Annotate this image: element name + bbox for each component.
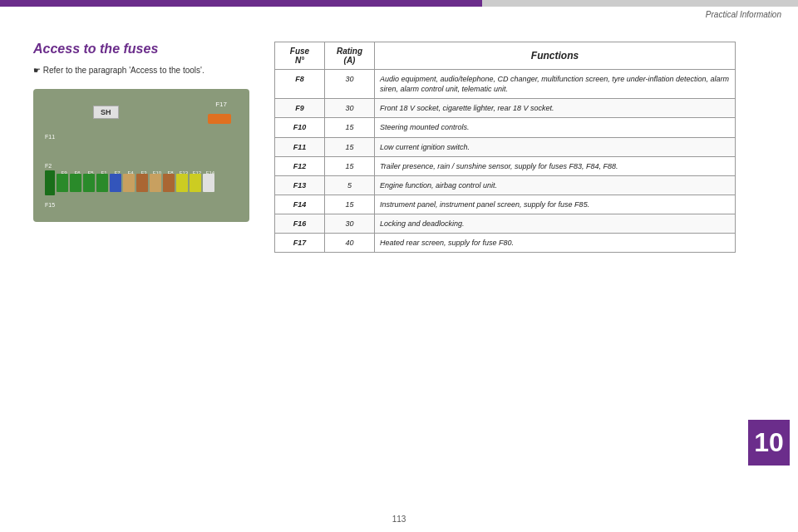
- fuse-f11-block: [45, 170, 55, 195]
- col-fuse-header: FuseN°: [275, 42, 325, 70]
- fuse-f7-block: [110, 174, 121, 192]
- col-functions-header: Functions: [375, 42, 736, 70]
- fuse-f9-block: [57, 174, 68, 192]
- table-row: F1630Locking and deadlocking.: [275, 214, 736, 234]
- fuse-f17-block: [208, 114, 231, 124]
- fuse-cell: F13: [275, 175, 325, 195]
- fuse-f6-block: [70, 174, 81, 192]
- page-title: Practical Information: [706, 10, 781, 19]
- function-cell: Front 18 V socket, cigarette lighter, re…: [375, 99, 736, 118]
- f17-label: F17: [215, 101, 227, 108]
- fuse-f8-block: [163, 174, 175, 192]
- fuse-f13-block: [176, 174, 188, 192]
- fuse-f12-block: [190, 174, 201, 192]
- table-row: F1215Trailer presence, rain / sunshine s…: [275, 156, 736, 175]
- function-cell: Trailer presence, rain / sunshine sensor…: [375, 156, 736, 175]
- function-cell: Locking and deadlocking.: [375, 214, 736, 234]
- fuse-cell: F12: [275, 156, 325, 175]
- top-bar-gray: [482, 0, 798, 7]
- table-row: F1740Heated rear screen, supply for fuse…: [275, 234, 736, 253]
- fuse-cell: F8: [275, 70, 325, 99]
- table-row: F930Front 18 V socket, cigarette lighter…: [275, 99, 736, 118]
- fuse-f14-block: [203, 174, 214, 192]
- fuse-cell: F16: [275, 214, 325, 234]
- fuse-f10-block: [150, 174, 161, 192]
- page-number: 113: [392, 515, 406, 524]
- table-row: F1015Steering mounted controls.: [275, 118, 736, 137]
- table-row: F1115Low current ignition switch.: [275, 137, 736, 156]
- fuse-diagram-inner: SH F17 F11 F2 F9 F6 F5 F1 F7 F4 F3 F10 F…: [43, 99, 239, 212]
- fuse-cell: F9: [275, 99, 325, 118]
- bullet-text: Refer to the paragraph 'Access to the to…: [33, 65, 266, 76]
- sh-label: SH: [93, 106, 119, 119]
- fuse-f3-block: [136, 174, 148, 192]
- rating-cell: 40: [325, 234, 375, 253]
- fuse-table-area: FuseN° Rating(A) Functions F830Audio equ…: [274, 42, 736, 499]
- fuse-block-row: [45, 170, 214, 195]
- rating-cell: 15: [325, 118, 375, 137]
- fuse-cell: F10: [275, 118, 325, 137]
- left-panel: Access to the fuses Refer to the paragra…: [33, 42, 266, 222]
- fuse-cell: F17: [275, 234, 325, 253]
- section-number: 10: [748, 420, 790, 466]
- f2-label: F2: [45, 163, 52, 169]
- rating-cell: 15: [325, 137, 375, 156]
- function-cell: Instrument panel, instrument panel scree…: [375, 195, 736, 214]
- rating-cell: 5: [325, 175, 375, 195]
- section-heading: Access to the fuses: [33, 42, 266, 57]
- f11-label: F11: [45, 134, 55, 140]
- function-cell: Heated rear screen, supply for fuse F80.: [375, 234, 736, 253]
- fuse-cell: F11: [275, 137, 325, 156]
- table-row: F135Engine function, airbag control unit…: [275, 175, 736, 195]
- table-row: F1415Instrument panel, instrument panel …: [275, 195, 736, 214]
- f15-label: F15: [45, 202, 55, 208]
- fuse-f4-block: [123, 174, 135, 192]
- table-row: F830Audio equipment, audio/telephone, CD…: [275, 70, 736, 99]
- fuse-table: FuseN° Rating(A) Functions F830Audio equ…: [274, 42, 736, 253]
- function-cell: Low current ignition switch.: [375, 137, 736, 156]
- fuse-cell: F14: [275, 195, 325, 214]
- fuse-f5-block: [83, 174, 95, 192]
- function-cell: Steering mounted controls.: [375, 118, 736, 137]
- fuse-f1-block: [96, 174, 108, 192]
- rating-cell: 30: [325, 70, 375, 99]
- function-cell: Engine function, airbag control unit.: [375, 175, 736, 195]
- fuse-diagram: SH F17 F11 F2 F9 F6 F5 F1 F7 F4 F3 F10 F…: [33, 89, 249, 222]
- rating-cell: 15: [325, 156, 375, 175]
- rating-cell: 30: [325, 99, 375, 118]
- function-cell: Audio equipment, audio/telephone, CD cha…: [375, 70, 736, 99]
- rating-cell: 15: [325, 195, 375, 214]
- rating-cell: 30: [325, 214, 375, 234]
- col-rating-header: Rating(A): [325, 42, 375, 70]
- top-bar-purple: [0, 0, 482, 7]
